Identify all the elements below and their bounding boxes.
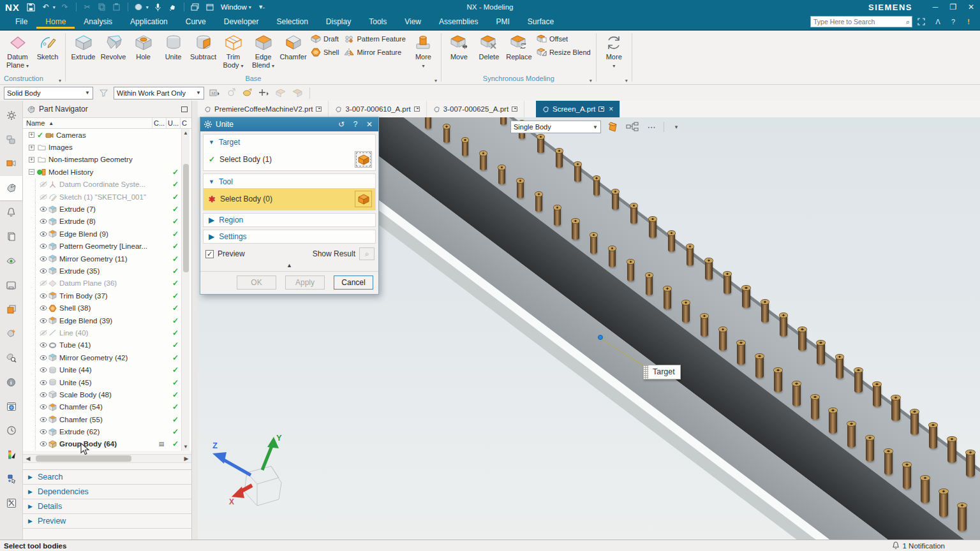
tab-premierecoffeemachinev2-prt[interactable]: PremiereCoffeeMachineV2.prt [198,101,329,117]
layers-icon[interactable] [0,297,22,321]
visible-eye-icon[interactable] [39,256,47,262]
point-constructor-icon[interactable] [258,87,271,99]
column-name[interactable]: Name [26,119,45,127]
region-section-header[interactable]: ▶ Region [203,213,376,227]
constraint-navigator-icon[interactable] [0,152,22,176]
revolve-button[interactable]: Revolve [98,32,128,61]
scroll-down-icon[interactable]: ▼ [182,443,189,451]
dialog-gear-icon[interactable] [204,121,212,128]
menu-assemblies[interactable]: Assemblies [430,15,487,29]
chamfer-button[interactable]: Chamfer [278,32,308,61]
offset-region-button[interactable]: Offset [537,34,591,43]
undock-panel-icon[interactable] [181,107,188,112]
visible-eye-icon[interactable] [39,243,47,249]
menu-home[interactable]: Home [36,15,75,29]
measure-axes-icon[interactable] [0,321,22,346]
face-display-icon[interactable] [606,121,620,133]
column-c[interactable]: C... [152,118,167,128]
delete-face-button[interactable]: Delete [474,32,504,61]
menu-surface[interactable]: Surface [519,15,563,29]
visible-eye-icon[interactable] [39,293,47,299]
microphone-icon[interactable] [153,2,163,12]
search-input[interactable] [811,18,906,26]
tree-vertical-scrollbar[interactable]: ▲ ▼ [181,129,189,451]
tree-row-trim-body-37[interactable]: Trim Body (37)✓ [23,290,191,302]
menu-display[interactable]: Display [317,15,360,29]
window-menu[interactable]: Window [221,3,247,11]
extrude-button[interactable]: Extrude [68,32,98,61]
hidden-eye-icon[interactable] [39,194,47,200]
help-icon[interactable]: ? [948,18,958,26]
tree-row-sketch-1-sketch-001[interactable]: Sketch (1) "SKETCH_001"✓ [23,191,191,203]
section-expand-icon[interactable]: ▶ [28,489,33,495]
tool-collapse-icon[interactable]: ▼ [209,179,214,185]
tree-row-chamfer-54[interactable]: Chamfer (54)✓ [23,401,191,413]
target-select-row[interactable]: ✓ Select Body (1) [204,149,375,170]
tree-horizontal-scrollbar[interactable]: ◀ ▶ [23,454,191,463]
visible-eye-icon[interactable] [39,342,47,348]
visible-eye-icon[interactable] [39,318,47,324]
tree-row-cameras[interactable]: +✓Cameras [23,129,191,141]
assembly-navigator-icon[interactable] [0,128,22,152]
shell-button[interactable]: Shell [311,48,339,57]
display-filter-select[interactable]: Single Body▼ [510,121,601,133]
synchronous-group-caret-icon[interactable]: ▾ [590,78,592,84]
visible-eye-icon[interactable] [39,367,47,373]
pattern-feature-button[interactable]: Pattern Feature [344,34,405,43]
unite-dialog-titlebar[interactable]: Unite ↺ ? ✕ [200,117,378,131]
restore-button[interactable]: ❐ [944,0,962,14]
touch-mode-icon[interactable] [168,2,178,12]
visible-eye-icon[interactable] [39,355,47,361]
dialog-help-icon[interactable]: ? [350,120,360,129]
menu-selection[interactable]: Selection [267,15,316,29]
touch-pointer-icon[interactable] [0,467,22,491]
tree-row-mirror-geometry-42[interactable]: Mirror Geometry (42)✓ [23,351,191,364]
toolbar-caret-icon[interactable]: ▾ [669,121,683,133]
visible-eye-icon[interactable] [39,416,47,423]
cancel-button[interactable]: Cancel [334,276,373,290]
scroll-up-icon[interactable]: ▲ [182,129,189,137]
scroll-right-icon[interactable]: ▶ [181,455,191,462]
tree-row-extrude-8[interactable]: Extrude (8)✓ [23,216,191,228]
close-button[interactable]: ✕ [962,0,980,14]
dialog-reset-icon[interactable]: ↺ [336,120,346,129]
customize-qat-icon[interactable]: ▼̵ [256,2,266,12]
tree-row-datum-plane-36[interactable]: Datum Plane (36)✓ [23,277,191,290]
find-feature-icon[interactable] [0,346,22,370]
undo-icon[interactable]: ↶ [41,2,51,12]
tab-close-icon[interactable]: × [609,105,613,114]
related-objects-icon[interactable] [625,121,639,133]
dialog-collapse-icon[interactable]: ▲ [200,260,378,270]
information-icon[interactable]: i [0,370,22,394]
tree-row-tube-41[interactable]: Tube (41)✓ [23,339,191,351]
tree-row-chamfer-55[interactable]: Chamfer (55)✓ [23,413,191,425]
menu-tools[interactable]: Tools [360,15,396,29]
hidden-eye-icon[interactable] [39,330,47,336]
tree-row-extrude-7[interactable]: Extrude (7)✓ [23,203,191,215]
orientation-triad[interactable]: Z Y X [207,433,303,513]
view-style-caret-icon[interactable]: ▾ [146,4,149,10]
tree-row-non-timestamp-geometry[interactable]: +Non-timestamp Geometry [23,154,191,166]
settings-gear-icon[interactable] [0,103,22,128]
replace-face-button[interactable]: Replace [504,32,534,61]
dialog-close-icon[interactable]: ✕ [364,120,375,129]
tree-row-mirror-geometry-11[interactable]: Mirror Geometry (11)✓ [23,253,191,265]
preview-checkbox[interactable]: ✓ [205,250,214,258]
menu-curve[interactable]: Curve [177,15,215,29]
displayed-part-icon[interactable] [512,107,517,112]
save-icon[interactable] [26,2,36,12]
target-tag[interactable]: Target [643,365,681,379]
tab-screen-a-prt[interactable]: Screen_A.prt× [536,101,620,117]
target-tag-grip[interactable] [644,365,649,379]
navigator-section-dependencies[interactable]: ▶Dependencies [23,485,191,499]
menu-view[interactable]: View [396,15,430,29]
tree-row-edge-blend-9[interactable]: Edge Blend (9)✓ [23,228,191,240]
tab-3-007-000625-a-prt[interactable]: 3-007-000625_A.prt [427,101,524,117]
show-result-button[interactable]: ⌕ [359,247,375,260]
tree-row-extrude-62[interactable]: Extrude (62)✓ [23,425,191,437]
menu-analysis[interactable]: Analysis [75,15,121,29]
fullscreen-icon[interactable] [917,18,928,26]
region-expand-icon[interactable]: ▶ [209,216,214,224]
tree-row-line-40[interactable]: Line (40)✓ [23,327,191,339]
visible-eye-icon[interactable] [39,231,47,237]
